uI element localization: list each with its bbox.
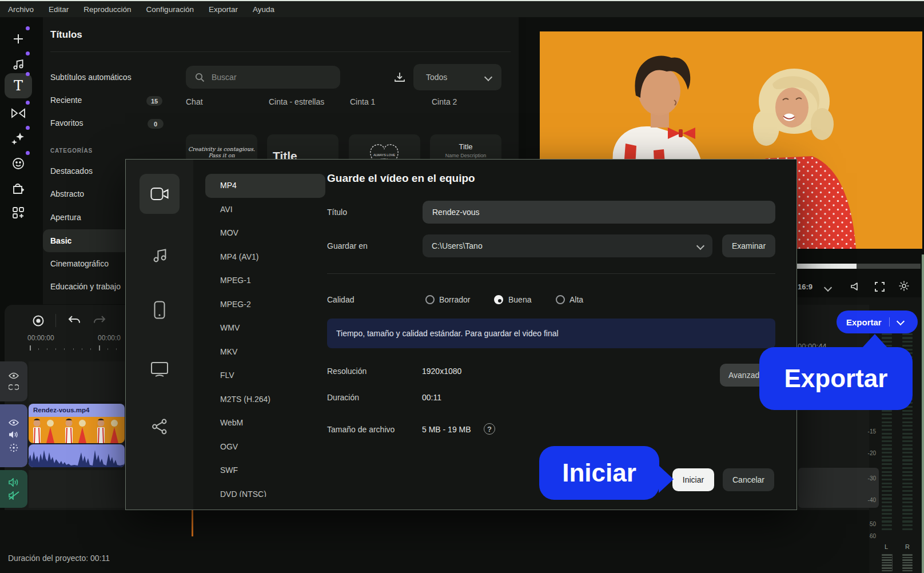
cancel-button-label: Cancelar	[732, 475, 764, 484]
video-format-icon[interactable]	[140, 174, 180, 214]
fullscreen-icon[interactable]	[874, 281, 885, 292]
transitions-icon[interactable]	[5, 102, 32, 125]
filesize-label: Tamaño de archivo	[327, 425, 395, 434]
add-media-icon[interactable]	[5, 27, 32, 50]
clip-name: Rendez-vous.mp4	[29, 404, 125, 417]
browse-button-label: Examinar	[732, 241, 766, 250]
export-button[interactable]: Exportar	[837, 311, 918, 333]
format-option-mov[interactable]: MOV	[205, 221, 325, 245]
divider	[50, 51, 511, 52]
format-option-swf[interactable]: SWF	[205, 459, 325, 483]
redo-icon[interactable]	[93, 315, 106, 326]
duration-value: 00:11	[422, 393, 441, 402]
format-option-webm[interactable]: WebM	[205, 411, 325, 435]
tv-format-icon[interactable]	[140, 349, 180, 389]
panel-title: Títulos	[50, 29, 82, 41]
menu-archivo[interactable]: Archivo	[8, 5, 34, 14]
track-header-video	[0, 404, 27, 467]
help-icon[interactable]: ?	[484, 423, 495, 435]
format-option-mpeg1[interactable]: MPEG-1	[205, 269, 325, 293]
track-header-audio	[0, 470, 27, 508]
cancel-button[interactable]: Cancelar	[723, 468, 774, 491]
undo-icon[interactable]	[67, 315, 81, 326]
menu-editar[interactable]: Editar	[49, 5, 69, 14]
title-field-label: Título	[327, 208, 347, 217]
settings-gear-icon[interactable]	[898, 280, 910, 292]
speaker-icon[interactable]	[9, 431, 19, 439]
quality-radio-buena[interactable]	[494, 295, 503, 304]
meter-peak-right	[902, 554, 913, 572]
save-location-label: Guardar en	[327, 241, 368, 250]
menu-configuracion[interactable]: Configuración	[146, 5, 194, 14]
title-card-label: Cinta - estrellas	[269, 97, 324, 106]
more-tools-icon[interactable]	[5, 201, 32, 224]
start-callout-label: Iniciar	[562, 459, 636, 487]
filter-value: Todos	[426, 73, 447, 82]
menu-ayuda[interactable]: Ayuda	[253, 5, 274, 14]
effects-icon[interactable]	[5, 127, 32, 150]
download-icon[interactable]	[393, 71, 406, 83]
title-field[interactable]: Rendez-vous	[423, 201, 775, 224]
notification-dot	[26, 101, 30, 105]
sidebar-item-reciente[interactable]: Reciente	[50, 96, 82, 107]
titles-icon[interactable]: T	[5, 73, 32, 98]
format-option-mkv[interactable]: MKV	[205, 340, 325, 364]
info-text: Tiempo, tamaño y calidad estándar. Para …	[336, 329, 559, 338]
mobile-format-icon[interactable]	[140, 290, 180, 330]
stickers-icon[interactable]	[5, 152, 32, 175]
audio-format-icon[interactable]	[140, 235, 180, 275]
start-callout-arrow	[659, 465, 674, 493]
volume-icon[interactable]	[850, 281, 860, 292]
dialog-title: Guarde el vídeo en el equipo	[327, 172, 475, 185]
quality-option-label: Buena	[508, 295, 531, 304]
menu-exportar[interactable]: Exportar	[209, 5, 238, 14]
eye-icon[interactable]	[9, 372, 19, 379]
resolution-value: 1920x1080	[422, 367, 461, 376]
timeline-ruler-ticks[interactable]	[0, 345, 137, 353]
svg-text:ALWAYS LOVE: ALWAYS LOVE	[373, 153, 395, 157]
notification-dot	[26, 26, 30, 30]
notification-dot	[26, 72, 30, 76]
format-option-ogv[interactable]: OGV	[205, 435, 325, 459]
start-button-label: Iniciar	[683, 475, 704, 484]
card-text: Title	[430, 142, 501, 151]
quality-radio-alta[interactable]	[556, 295, 565, 304]
store-icon[interactable]	[5, 177, 32, 200]
format-option-avi[interactable]: AVI	[205, 198, 325, 222]
record-icon[interactable]	[32, 315, 45, 327]
menu-bar: Archivo Editar Reproducción Configuració…	[0, 0, 924, 17]
search-box[interactable]	[186, 66, 340, 89]
speaker-muted-icon[interactable]	[9, 491, 19, 500]
app-window: Archivo Editar Reproducción Configuració…	[0, 0, 924, 573]
format-option-m2ts[interactable]: M2TS (H.264)	[205, 388, 325, 412]
sidebar-item-favoritos[interactable]: Favoritos	[50, 118, 83, 130]
format-option-dvd[interactable]: DVD (NTSC)	[205, 483, 325, 498]
format-option-mp4-av1[interactable]: MP4 (AV1)	[205, 245, 325, 269]
meter-channel-right: R	[905, 543, 910, 550]
speaker-icon[interactable]	[9, 478, 19, 487]
quality-radio-borrador[interactable]	[425, 295, 435, 304]
sidebar-item-subtitulos[interactable]: Subtítulos automáticos	[50, 73, 132, 84]
format-option-mp4[interactable]: MP4	[205, 174, 325, 198]
motion-tracking-icon[interactable]	[9, 443, 18, 452]
format-option-mpeg2[interactable]: MPEG-2	[205, 293, 325, 317]
category-basic[interactable]: Basic	[43, 229, 132, 252]
start-button[interactable]: Iniciar	[672, 468, 714, 491]
chevron-down-icon[interactable]	[897, 317, 905, 325]
link-icon[interactable]	[9, 384, 19, 391]
format-option-flv[interactable]: FLV	[205, 364, 325, 388]
menu-reproduccion[interactable]: Reproducción	[83, 5, 131, 14]
audio-clip-waveform[interactable]	[29, 444, 125, 467]
format-option-wmv[interactable]: WMV	[205, 316, 325, 340]
filesize-value: 5 MB - 19 MB	[422, 425, 471, 434]
playhead-marker[interactable]	[192, 510, 193, 536]
search-input[interactable]	[210, 72, 316, 82]
video-clip[interactable]: Rendez-vous.mp4	[29, 404, 125, 443]
aspect-ratio-selector[interactable]: 16:9	[798, 282, 813, 291]
filter-dropdown[interactable]: Todos	[413, 64, 501, 90]
share-format-icon[interactable]	[140, 407, 180, 447]
notification-dot	[26, 151, 30, 155]
save-location-dropdown[interactable]: C:\Users\Tano	[423, 234, 712, 257]
browse-button[interactable]: Examinar	[722, 234, 775, 257]
eye-icon[interactable]	[9, 419, 19, 426]
